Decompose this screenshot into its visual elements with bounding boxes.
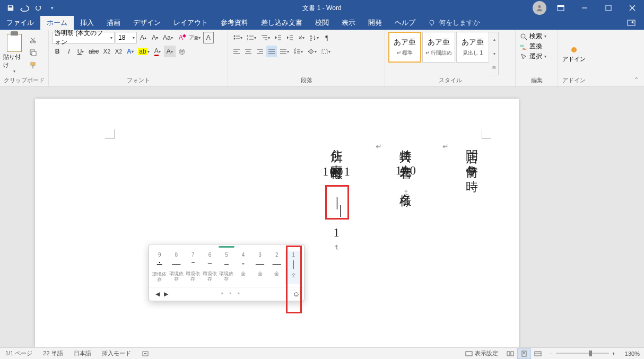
ime-candidate-1[interactable]: 1｜全 xyxy=(285,251,302,284)
zoom-out-button[interactable]: − xyxy=(549,351,552,357)
shrink-font-button[interactable]: A▾ xyxy=(150,32,160,43)
status-macro[interactable] xyxy=(136,351,154,357)
cut-button[interactable] xyxy=(28,34,38,46)
ime-candidate-2[interactable]: 2—全 xyxy=(268,251,285,284)
view-print-layout[interactable] xyxy=(517,348,531,359)
tab-file[interactable]: ファイル xyxy=(0,16,40,30)
ime-candidate-6[interactable]: 6−環境依存 xyxy=(202,251,219,284)
show-marks-button[interactable]: ¶ xyxy=(321,32,332,43)
ime-prev[interactable]: ◀ xyxy=(153,290,162,299)
zoom-slider[interactable] xyxy=(556,353,609,354)
font-color-button[interactable]: A xyxy=(152,46,163,57)
collapse-ribbon-button[interactable]: ⌃ xyxy=(634,76,639,83)
text-line-2[interactable]: 特典 先着 100 名様 ↵ xyxy=(396,140,417,197)
tab-references[interactable]: 参考資料 xyxy=(214,16,255,30)
maximize-button[interactable] xyxy=(596,0,620,16)
save-button[interactable] xyxy=(4,2,17,14)
ime-candidate-5[interactable]: 5–環境依存 xyxy=(218,251,235,284)
distributed-button[interactable] xyxy=(278,46,291,57)
find-button[interactable]: 検索▾ xyxy=(519,32,547,41)
ime-emoji-button[interactable]: ☺ xyxy=(293,290,300,298)
undo-button[interactable] xyxy=(18,2,31,14)
gallery-down[interactable]: ▾ xyxy=(490,47,498,61)
document-area[interactable]: ↵ ↵ 開店 午前９時↵ 特典 先着 100 名様 ↵ 住所 中区桜町 1001… xyxy=(0,87,644,347)
paste-button[interactable]: 貼り付け ▾ xyxy=(3,32,25,75)
copy-button[interactable] xyxy=(28,47,38,58)
sort-button[interactable]: AZ xyxy=(308,32,320,43)
status-page[interactable]: 1/1 ページ xyxy=(0,349,38,357)
gallery-up[interactable]: ▴ xyxy=(490,32,498,47)
select-button[interactable]: 選択▾ xyxy=(519,52,547,61)
view-web-layout[interactable] xyxy=(531,348,545,359)
ime-candidate-3[interactable]: 3―全 xyxy=(251,251,268,284)
font-size-combo[interactable]: 18 xyxy=(116,32,137,43)
page[interactable]: ↵ ↵ 開店 午前９時↵ 特典 先着 100 名様 ↵ 住所 中区桜町 1001… xyxy=(35,99,519,347)
highlight-button[interactable]: ab xyxy=(136,46,151,57)
gallery-more[interactable]: ⊟ xyxy=(490,60,498,75)
addins-button[interactable]: アドイン xyxy=(562,44,586,63)
ime-next[interactable]: ▶ xyxy=(162,290,170,299)
line-spacing-button[interactable] xyxy=(292,46,304,57)
align-left-button[interactable] xyxy=(231,46,242,57)
numbering-button[interactable]: 12 xyxy=(245,32,258,43)
enclose-characters-button[interactable]: ㊕ xyxy=(177,46,187,57)
bold-button[interactable]: B xyxy=(52,46,63,57)
strikethrough-button[interactable]: abc xyxy=(87,46,100,57)
zoom-level[interactable]: 130% xyxy=(619,351,640,357)
borders-button[interactable] xyxy=(319,46,332,57)
phonetic-guide-button[interactable]: ア亜 xyxy=(187,32,202,43)
character-shading-button[interactable]: A xyxy=(164,46,176,57)
ime-candidate-7[interactable]: 7ｰ環境依存 xyxy=(185,251,202,284)
change-case-button[interactable]: Aa xyxy=(161,32,175,43)
decrease-indent-button[interactable] xyxy=(273,32,283,43)
text-effects-button[interactable]: A xyxy=(125,46,135,57)
superscript-button[interactable]: X2 xyxy=(113,46,124,57)
ime-candidate-4[interactable]: 4‐全 xyxy=(235,251,252,284)
ime-candidate-9[interactable]: 9∸環境依存 xyxy=(151,251,168,284)
tab-view[interactable]: 表示 xyxy=(335,16,362,30)
account-icon[interactable] xyxy=(533,1,546,15)
tab-mailings[interactable]: 差し込み文書 xyxy=(255,16,309,30)
tab-insert[interactable]: 挿入 xyxy=(74,16,100,30)
increase-indent-button[interactable] xyxy=(284,32,295,43)
format-painter-button[interactable] xyxy=(28,59,38,71)
status-language[interactable]: 日本語 xyxy=(68,349,97,357)
asian-layout-button[interactable]: ✕́ xyxy=(296,32,307,43)
close-button[interactable] xyxy=(620,0,644,16)
tab-help[interactable]: ヘルプ xyxy=(388,16,422,30)
grow-font-button[interactable]: A▴ xyxy=(138,32,149,43)
ribbon-display-options[interactable] xyxy=(549,0,572,16)
tab-review[interactable]: 校閲 xyxy=(309,16,335,30)
text-line-3[interactable]: 住所 中区桜町 1001 ｜ 1 ↵ xyxy=(323,140,351,252)
replace-button[interactable]: abac置換 xyxy=(519,42,547,51)
style-gallery[interactable]: あア亜 ↵ 標準 あア亜 ↵ 行間詰め あア亜 見出し 1 ▴ ▾ ⊟ xyxy=(388,32,499,75)
style-normal[interactable]: あア亜 ↵ 標準 xyxy=(388,32,421,63)
style-heading1[interactable]: あア亜 見出し 1 xyxy=(456,32,489,63)
minimize-button[interactable] xyxy=(572,0,596,16)
tab-layout[interactable]: レイアウト xyxy=(167,16,214,30)
bullets-button[interactable] xyxy=(231,32,244,43)
italic-button[interactable]: I xyxy=(64,46,74,57)
underline-button[interactable]: U xyxy=(75,46,86,57)
status-display-settings[interactable]: 表示設定 xyxy=(460,349,503,357)
align-center-button[interactable] xyxy=(243,46,254,57)
tab-design[interactable]: デザイン xyxy=(127,16,167,30)
tab-draw[interactable]: 描画 xyxy=(100,16,127,30)
zoom-in-button[interactable]: + xyxy=(612,351,615,357)
text-line-1[interactable]: 開店 午前９時↵ xyxy=(464,140,481,181)
status-words[interactable]: 22 単語 xyxy=(38,349,68,357)
qat-customize[interactable]: ▾ xyxy=(46,2,58,14)
tab-home[interactable]: ホーム xyxy=(40,16,74,30)
view-read-mode[interactable] xyxy=(503,348,517,359)
status-insert-mode[interactable]: 挿入モード xyxy=(97,349,136,357)
clear-formatting-button[interactable]: A◆ xyxy=(176,32,186,43)
multilevel-list-button[interactable] xyxy=(259,32,272,43)
share-button[interactable] xyxy=(619,16,644,30)
ime-candidate-8[interactable]: 8―環境依存 xyxy=(168,251,185,284)
shading-button[interactable] xyxy=(306,46,318,57)
character-border-button[interactable]: A xyxy=(203,32,214,43)
redo-button[interactable] xyxy=(32,2,45,14)
font-family-combo[interactable]: 游明朝 (本文のフォン xyxy=(52,32,115,43)
justify-button[interactable] xyxy=(266,46,277,57)
tab-developer[interactable]: 開発 xyxy=(362,16,388,30)
